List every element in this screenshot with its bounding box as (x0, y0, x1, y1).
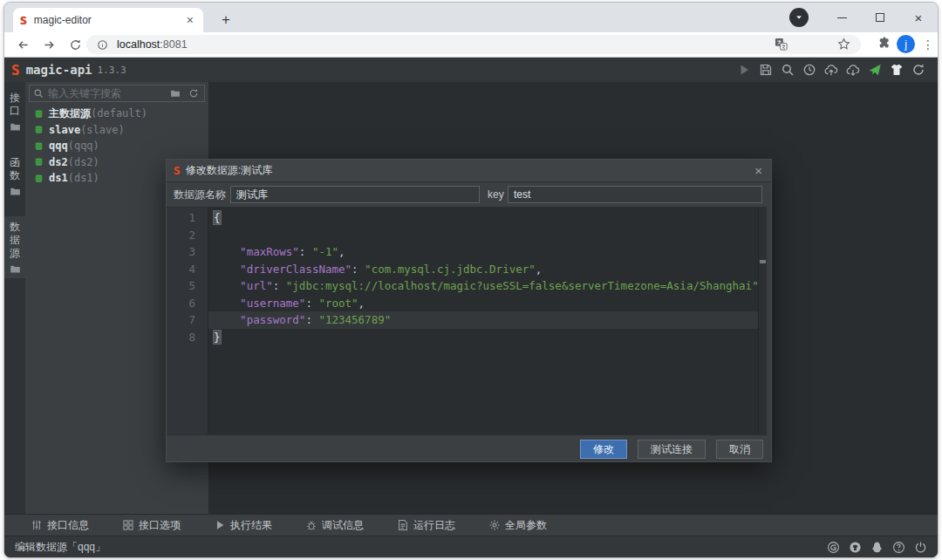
bottom-tab-api-options[interactable]: 接口选项 (122, 518, 181, 533)
modify-button[interactable]: 修改 (580, 440, 627, 459)
code-token-plain: : (299, 245, 312, 258)
nav-tab-label-char: 数 (10, 169, 20, 182)
code-token-plain (214, 297, 240, 310)
code-token-str: "jdbc:mysql://localhost/magic?useSSL=fal… (286, 279, 758, 292)
test-connection-button[interactable]: 测试连接 (638, 440, 706, 459)
dialog-titlebar[interactable]: S 修改数据源:测试库 × (167, 160, 771, 182)
github-icon[interactable] (849, 541, 862, 554)
new-group-folder-button[interactable] (168, 86, 182, 100)
datasource-item[interactable]: slave(slave) (25, 122, 208, 139)
gitee-icon[interactable] (827, 541, 840, 554)
search-icon[interactable] (780, 63, 795, 78)
database-icon (34, 125, 49, 134)
reload-button[interactable] (65, 35, 85, 54)
search-icon (33, 88, 44, 99)
address-input[interactable]: localhost:8081 (86, 35, 861, 54)
search-input[interactable] (48, 87, 164, 99)
nav-tab-label-char: 接 (10, 92, 20, 105)
bookmark-star-icon[interactable] (837, 38, 850, 51)
maximize-button[interactable] (861, 4, 899, 31)
browser-tab[interactable]: S magic-editor × (13, 8, 203, 32)
qq-icon[interactable] (870, 541, 884, 554)
datasource-key: (slave) (80, 124, 125, 136)
history-icon[interactable] (802, 63, 816, 78)
forward-button[interactable] (39, 35, 58, 54)
code-line[interactable]: "maxRows": "-1", (208, 243, 758, 261)
datasource-name: qqq (49, 140, 68, 152)
status-text: 编辑数据源「qqq」 (15, 540, 106, 555)
profile-avatar[interactable]: j (897, 35, 915, 53)
theme-icon[interactable] (889, 63, 904, 78)
left-nav-strip: 接口函数数据源 (4, 82, 25, 514)
code-token-plain: : (352, 263, 365, 276)
code-line[interactable]: "username": "root", (208, 295, 758, 312)
code-line[interactable]: "password": "123456789" (208, 311, 758, 329)
datasource-item[interactable]: qqq(qqq) (25, 138, 208, 154)
debug-icon (305, 519, 317, 531)
close-window-button[interactable]: × (899, 4, 938, 31)
cloud-download-icon[interactable] (845, 63, 860, 78)
refresh-icon[interactable] (911, 63, 925, 78)
code-token-plain: , (338, 245, 345, 258)
save-icon[interactable] (758, 63, 773, 78)
translate-icon[interactable] (775, 38, 788, 51)
line-number: 1 (167, 209, 208, 227)
code-token-plain (214, 263, 240, 276)
datasource-item[interactable]: 主数据源(default) (25, 106, 208, 122)
scrollbar-handle[interactable] (760, 260, 766, 263)
downloads-button[interactable] (789, 8, 809, 27)
bottom-tab-label: 接口选项 (139, 518, 181, 533)
code-line[interactable]: "driverClassName": "com.mysql.cj.jdbc.Dr… (208, 261, 758, 278)
browser-menu-icon[interactable]: ⋮ (922, 38, 931, 51)
nav-tab-label-char: 口 (10, 105, 20, 118)
code-token-str: "-1" (312, 245, 338, 258)
editor-scrollbar[interactable] (758, 208, 767, 434)
bottom-tab-label: 全局参数 (505, 518, 547, 533)
tab-close-icon[interactable]: × (184, 13, 196, 27)
bottom-tab-debug-info[interactable]: 调试信息 (305, 518, 364, 533)
code-token-str: "123456789" (318, 313, 391, 326)
app-version: 1.3.3 (98, 65, 126, 76)
power-icon[interactable] (914, 541, 927, 554)
cloud-upload-icon[interactable] (823, 63, 838, 78)
bottom-tab-label: 调试信息 (322, 518, 364, 533)
code-line[interactable]: { (208, 209, 758, 227)
refresh-list-button[interactable] (187, 86, 201, 100)
back-button[interactable] (13, 35, 32, 54)
nav-tab-datasource[interactable]: 数据源 (4, 216, 25, 278)
datasource-key-input[interactable] (508, 186, 762, 203)
push-icon[interactable] (867, 63, 882, 78)
bottom-tab-label: 执行结果 (230, 518, 272, 533)
bottom-tab-run-result[interactable]: 执行结果 (214, 518, 272, 533)
database-icon (34, 141, 49, 151)
json-code-editor[interactable]: 12345678 { "maxRows": "-1", "driverClass… (167, 207, 767, 435)
nav-tab-interface[interactable]: 接口 (4, 87, 25, 136)
bottom-tab-run-log[interactable]: 运行日志 (397, 518, 455, 533)
help-icon[interactable] (892, 541, 905, 554)
code-line[interactable] (208, 227, 758, 244)
code-token-str: "com.mysql.cj.jdbc.Driver" (365, 263, 536, 276)
editor-line-numbers: 12345678 (167, 208, 208, 434)
code-line[interactable]: } (208, 329, 758, 346)
datasource-name: slave (49, 124, 80, 136)
minimize-button[interactable] (823, 4, 861, 31)
code-token-key: "password" (240, 313, 305, 326)
status-icons (827, 541, 927, 554)
code-token-plain: : (305, 297, 318, 310)
datasource-name-input[interactable] (230, 186, 480, 203)
line-number: 7 (167, 311, 208, 329)
code-token-key: "url" (240, 279, 273, 292)
editor-code-area[interactable]: { "maxRows": "-1", "driverClassName": "c… (208, 208, 758, 434)
extensions-icon[interactable] (877, 36, 890, 52)
line-number: 3 (167, 243, 208, 261)
new-tab-button[interactable]: + (215, 10, 236, 31)
dialog-close-icon[interactable]: × (754, 160, 762, 182)
nav-tab-label-char: 据 (10, 234, 20, 247)
run-icon[interactable] (736, 63, 751, 78)
bottom-tab-api-info[interactable]: 接口信息 (31, 518, 89, 533)
code-line[interactable]: "url": "jdbc:mysql://localhost/magic?use… (208, 277, 758, 295)
line-number: 2 (167, 227, 208, 244)
cancel-button[interactable]: 取消 (716, 440, 763, 459)
nav-tab-function[interactable]: 函数 (4, 152, 25, 201)
bottom-tab-global-params[interactable]: 全局参数 (488, 518, 547, 533)
